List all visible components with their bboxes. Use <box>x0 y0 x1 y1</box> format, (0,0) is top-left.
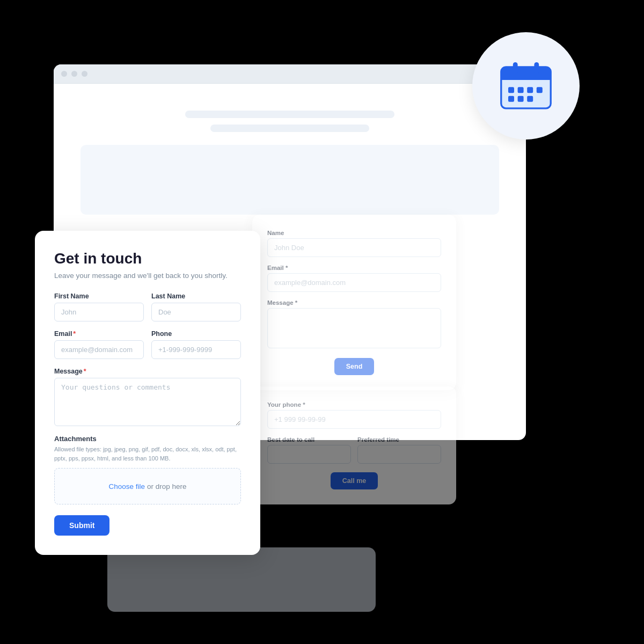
file-drop-zone[interactable]: Choose file or drop here <box>54 468 241 504</box>
svg-rect-9 <box>508 96 514 102</box>
browser-dot-1 <box>61 71 67 77</box>
attachments-label: Attachments <box>54 435 241 443</box>
file-drop-text: Choose file or drop here <box>109 482 187 491</box>
svg-rect-5 <box>508 87 514 93</box>
main-contact-form: Get in touch Leave your message and we'l… <box>35 231 260 555</box>
email-input[interactable] <box>54 340 144 359</box>
attachments-hint: Allowed file types: jpg, jpeg, png, gif,… <box>54 445 241 463</box>
svg-rect-8 <box>537 87 543 93</box>
last-name-input[interactable] <box>151 303 241 321</box>
cb-date-time-row: Best date to call Preferred time <box>267 436 441 464</box>
file-drop-or-text: or drop here <box>145 482 186 491</box>
phone-group: Phone <box>151 330 241 359</box>
svg-rect-7 <box>527 87 533 93</box>
last-name-label: Last Name <box>151 292 241 300</box>
message-label: Message* <box>54 368 241 375</box>
first-name-group: First Name <box>54 292 144 321</box>
cb-date-input <box>267 445 351 464</box>
browser-dot-3 <box>82 71 87 77</box>
svg-rect-4 <box>534 62 539 74</box>
bg-bar-1 <box>185 111 394 118</box>
svg-rect-3 <box>513 62 518 74</box>
bottom-card <box>107 547 376 612</box>
form-title: Get in touch <box>54 250 241 267</box>
form-subtitle: Leave your message and we'll get back to… <box>54 272 241 280</box>
attachments-section: Attachments Allowed file types: jpg, jpe… <box>54 435 241 504</box>
browser-bar <box>54 64 526 84</box>
email-label: Email* <box>54 330 144 338</box>
browser-dot-2 <box>71 71 77 77</box>
cb-time-group: Preferred time <box>357 436 441 464</box>
calendar-circle <box>472 32 580 140</box>
message-group: Message* <box>54 368 241 426</box>
phone-label: Phone <box>151 330 241 338</box>
name-row: First Name Last Name <box>54 292 241 321</box>
last-name-group: Last Name <box>151 292 241 321</box>
calendar-icon <box>496 56 555 115</box>
cb-date-group: Best date to call <box>267 436 351 464</box>
svg-rect-2 <box>501 74 551 80</box>
phone-input[interactable] <box>151 340 241 359</box>
scene: Name Email * Message * Send Your phone *… <box>0 0 644 644</box>
message-textarea[interactable] <box>54 378 241 426</box>
submit-button[interactable]: Submit <box>54 515 109 536</box>
svg-rect-11 <box>527 96 533 102</box>
cb-time-input <box>357 445 441 464</box>
svg-rect-6 <box>518 87 524 93</box>
email-group: Email* <box>54 330 144 359</box>
email-phone-row: Email* Phone <box>54 330 241 359</box>
browser-content <box>54 84 526 240</box>
choose-file-link[interactable]: Choose file <box>109 482 145 491</box>
first-name-label: First Name <box>54 292 144 300</box>
first-name-input[interactable] <box>54 303 144 321</box>
svg-rect-10 <box>518 96 524 102</box>
bg-block-1 <box>80 145 499 215</box>
bg-bar-2 <box>210 125 369 132</box>
cb-call-button: Call me <box>331 472 378 489</box>
